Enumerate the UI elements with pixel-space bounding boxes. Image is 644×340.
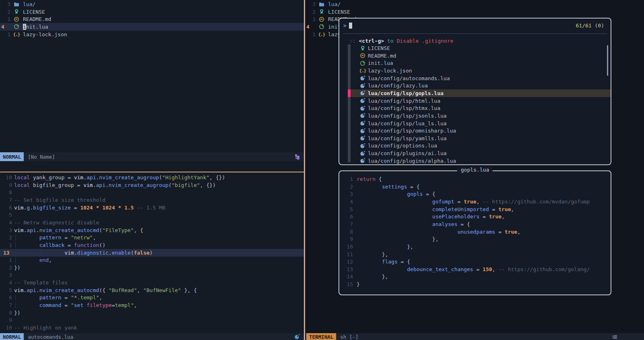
header-segment: <ctrl-g>	[359, 38, 384, 44]
token: gofumpt	[432, 199, 454, 205]
explorer-row[interactable]: 1{.}lazy-lock.json	[0, 31, 304, 38]
code-line[interactable]: 2})	[0, 264, 304, 272]
picker-item[interactable]: README.md	[339, 52, 611, 60]
file-name: lua/config/plugins/ai.lua	[368, 150, 447, 156]
token: )	[150, 250, 153, 256]
code-text: },	[357, 236, 439, 242]
line-number: 4	[0, 24, 10, 30]
code-line[interactable]: 1│ callback = function()	[0, 241, 304, 249]
explorer-row[interactable]: 2LICENSE	[305, 8, 644, 16]
picker-item[interactable]: {.}lazy-lock.json	[339, 67, 611, 75]
code-line[interactable]: 1│ end,	[0, 256, 304, 264]
mode-badge: TERMINAL	[306, 333, 336, 340]
file-name: init.lua	[23, 24, 48, 30]
token: .	[83, 174, 87, 180]
code-line[interactable]: 9	[0, 316, 304, 324]
token: .	[30, 205, 33, 211]
picker-item-content: lua/config/lsp/gopls.lua	[357, 89, 610, 97]
token: .	[105, 182, 109, 188]
picker-item-content: lua/config/options.lua	[357, 142, 610, 149]
file-name: README.md	[368, 53, 396, 59]
code-line[interactable]: 2│ pattern = "netrw",	[0, 234, 304, 241]
code-text: │ callback = function()	[14, 242, 105, 248]
readme-icon	[13, 17, 20, 22]
token: bigfile_size	[33, 205, 71, 211]
line-number: 3	[0, 272, 12, 278]
code-text: -- Highlight on yank	[14, 325, 77, 331]
picker-item[interactable]: lua/config/lsp/yamlls.lua	[339, 135, 611, 142]
file-name: LICENSE	[23, 9, 45, 15]
code-line[interactable]: 5	[0, 211, 304, 219]
token: =	[489, 206, 498, 212]
picker-item[interactable]: lua/config/plugins/alpha.lua	[339, 157, 611, 165]
explorer-row[interactable]: 1README.md	[0, 15, 304, 23]
code-line[interactable]: 9local bigfile_group = vim.api.nvim_crea…	[0, 181, 304, 189]
picker-item[interactable]: lua/config/autocomands.lua	[339, 75, 611, 82]
picker-item[interactable]: lua/config/lsp/gopls.lua	[339, 89, 611, 97]
token: │	[14, 242, 17, 248]
picker-item[interactable]: lua/config/lazy.lua	[339, 82, 611, 89]
token: analyses	[432, 221, 458, 227]
token: vim	[64, 250, 74, 256]
token: "*.templ"	[71, 294, 99, 301]
explorer-row[interactable]: 2LICENSE	[0, 8, 304, 16]
explorer-row[interactable]: 3lua/	[305, 0, 644, 8]
json-icon: {.}	[318, 32, 325, 37]
mode-badge: NORMAL	[0, 152, 24, 161]
code-line[interactable]: 10local yank_group = vim.api.nvim_create…	[0, 174, 304, 181]
preview-line: 7 analyses = {	[339, 220, 611, 228]
picker-item[interactable]: lua/config/lsp/html.lua	[339, 97, 611, 105]
file-name: lua/	[23, 1, 35, 7]
preview-line: 14 },	[339, 273, 611, 280]
picker-prompt[interactable]: >	[343, 22, 352, 29]
picker-item[interactable]: lua/config/lsp/htmx.lua	[339, 104, 611, 112]
code-line[interactable]: 10-- Highlight on yank	[0, 324, 304, 332]
picker-item[interactable]: lua/config/plugins/ai.lua	[339, 149, 611, 157]
token: -- Template files	[14, 280, 68, 286]
code-line[interactable]: 6│ pattern = "*.templ",	[0, 294, 304, 301]
code-text: },	[357, 244, 413, 250]
token: completeUnimported	[432, 206, 489, 212]
picker-item[interactable]: LICENSE	[339, 44, 611, 52]
line-number: 4	[0, 220, 12, 226]
code-line[interactable]: 8})	[0, 309, 304, 317]
code-line[interactable]: 4-- Netrw diagnostic disable	[0, 219, 304, 226]
token: true	[505, 229, 517, 235]
token: callback	[39, 242, 65, 248]
code-line[interactable]: 6vim.g.bigfile_size = 1024 * 1024 * 1.5 …	[0, 204, 304, 211]
lua-icon	[359, 90, 366, 96]
code-line[interactable]: 13│ │ vim.diagnostic.enable(false)	[0, 249, 304, 257]
line-number: 6	[0, 205, 12, 211]
preview-line: 10 },	[339, 243, 611, 251]
picker-item[interactable]: lua/config/lsp/lua_ls.lua	[339, 120, 611, 127]
left-pane: 3lua/2LICENSE1README.md4init.lua1{.}lazy…	[0, 0, 304, 340]
code-line[interactable]: 3	[0, 271, 304, 279]
code-line[interactable]: 7-- Set bigfile size threshold	[0, 196, 304, 204]
token: -- Netrw diagnostic disable	[14, 220, 99, 226]
picker-item[interactable]: lua/config/lsp/omnisharp.lua	[339, 127, 611, 135]
code-line[interactable]: 8	[0, 189, 304, 196]
code-line[interactable]: 5vim.api.nvim_create_autocmd({ "BufRead"…	[0, 286, 304, 294]
picker-item[interactable]: init.lua	[339, 59, 611, 67]
picker-item[interactable]: lua/config/lsp/jsonls.lua	[339, 112, 611, 120]
explorer-row[interactable]: 4init.lua	[0, 23, 304, 31]
file-name: lua/	[328, 1, 341, 7]
token: filetype	[87, 302, 112, 308]
picker-scrollbar[interactable]	[607, 45, 608, 76]
lua-icon	[359, 120, 366, 126]
code-line[interactable]: 7│ command = "set filetype=templ",	[0, 301, 304, 309]
code-text: -- Set bigfile size threshold	[14, 197, 105, 203]
token: yank_group =	[30, 174, 74, 180]
token: =	[454, 199, 464, 205]
line-number: 4	[0, 280, 12, 286]
token: =	[495, 229, 504, 235]
picker-item[interactable]: lua/config/options.lua	[339, 142, 611, 149]
token: *	[118, 205, 121, 211]
code-line[interactable]: 3vim.api.nvim_create_autocmd("FileType",…	[0, 226, 304, 234]
code-text: │ │ vim.diagnostic.enable(false)	[14, 250, 153, 256]
code-line[interactable]: 4-- Template files	[0, 279, 304, 286]
token: (	[99, 227, 102, 233]
explorer-row[interactable]: 3lua/	[0, 0, 304, 8]
token	[99, 205, 102, 211]
code-text: -- Netrw diagnostic disable	[14, 220, 99, 226]
